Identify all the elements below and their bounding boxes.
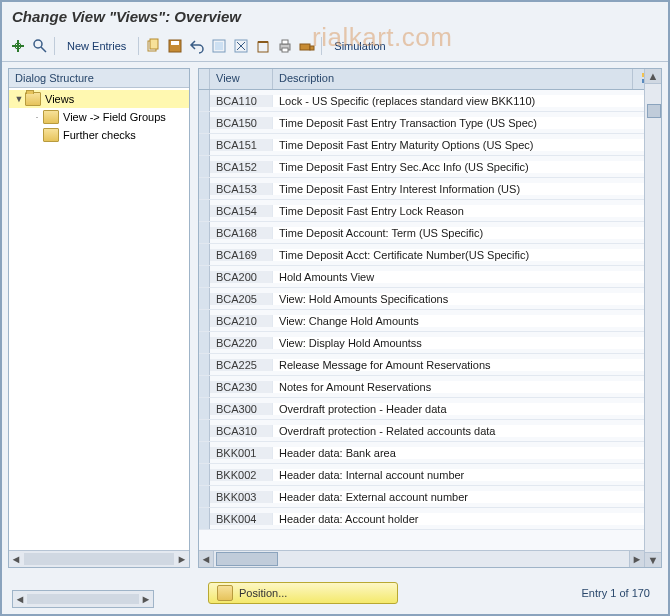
table-row[interactable]: BCA310Overdraft protection - Related acc… [199, 420, 661, 442]
horizontal-scrollbar[interactable]: ◄ ► [199, 550, 661, 567]
svg-rect-17 [300, 44, 310, 50]
row-selector[interactable] [199, 310, 210, 331]
table-row[interactable]: BCA152Time Deposit Fast Entry Sec.Acc In… [199, 156, 661, 178]
cell-view: BCA300 [210, 403, 273, 415]
scroll-track[interactable] [214, 550, 629, 568]
toolbar: New Entries Simulation [2, 35, 668, 62]
table-row[interactable]: BCA230Notes for Amount Reservations [199, 376, 661, 398]
folder-icon [43, 128, 59, 142]
cell-description: View: Display Hold Amountss [273, 337, 661, 349]
simulation-button[interactable]: Simulation [328, 39, 391, 53]
table-row[interactable]: BCA225Release Message for Amount Reserva… [199, 354, 661, 376]
find-icon[interactable] [32, 38, 48, 54]
scroll-thumb[interactable] [647, 104, 661, 118]
row-selector[interactable] [199, 178, 210, 199]
scroll-left-icon[interactable]: ◄ [199, 551, 214, 567]
new-entries-button[interactable]: New Entries [61, 39, 132, 53]
table-row[interactable]: BCA300Overdraft protection - Header data [199, 398, 661, 420]
row-selector[interactable] [199, 486, 210, 507]
row-selector[interactable] [199, 508, 210, 529]
cell-view: BKK002 [210, 469, 273, 481]
footer: Position... Entry 1 of 170 [198, 574, 660, 608]
tree-horizontal-scrollbar[interactable]: ◄ ► [9, 550, 189, 567]
table-row[interactable]: BCA210View: Change Hold Amounts [199, 310, 661, 332]
svg-rect-8 [215, 42, 223, 50]
position-button[interactable]: Position... [208, 582, 398, 604]
row-selector[interactable] [199, 244, 210, 265]
grid-table: View Description BCA110Lock - US Specifi… [198, 68, 662, 568]
scroll-thumb[interactable] [216, 552, 278, 566]
table-row[interactable]: BKK002Header data: Internal account numb… [199, 464, 661, 486]
table-row[interactable]: BKK001Header data: Bank area [199, 442, 661, 464]
table-row[interactable]: BCA150Time Deposit Fast Entry Transactio… [199, 112, 661, 134]
row-selector[interactable] [199, 376, 210, 397]
vertical-scrollbar[interactable]: ▲ ▼ [644, 69, 661, 567]
cell-description: Time Deposit Fast Entry Transaction Type… [273, 117, 661, 129]
transport-icon[interactable] [299, 38, 315, 54]
cell-view: BCA210 [210, 315, 273, 327]
bottom-scrollbar[interactable]: ◄ ► [12, 590, 154, 608]
table-row[interactable]: BCA151Time Deposit Fast Entry Maturity O… [199, 134, 661, 156]
row-selector[interactable] [199, 464, 210, 485]
cell-view: BCA225 [210, 359, 273, 371]
deselect-all-icon[interactable] [233, 38, 249, 54]
other-view-icon[interactable] [10, 38, 26, 54]
table-row[interactable]: BCA154Time Deposit Fast Entry Lock Reaso… [199, 200, 661, 222]
select-all-icon[interactable] [211, 38, 227, 54]
row-selector[interactable] [199, 288, 210, 309]
grid-panel: View Description BCA110Lock - US Specifi… [198, 68, 662, 568]
scroll-track[interactable] [24, 553, 174, 565]
svg-rect-4 [150, 39, 158, 49]
row-selector[interactable] [199, 266, 210, 287]
scroll-track[interactable] [645, 84, 661, 552]
cell-description: Header data: Internal account number [273, 469, 661, 481]
row-selector[interactable] [199, 134, 210, 155]
scroll-right-icon[interactable]: ► [139, 593, 153, 605]
scroll-down-icon[interactable]: ▼ [645, 552, 661, 567]
column-header-description[interactable]: Description [273, 69, 633, 89]
row-selector[interactable] [199, 156, 210, 177]
table-row[interactable]: BCA153Time Deposit Fast Entry Interest I… [199, 178, 661, 200]
cell-view: BKK003 [210, 491, 273, 503]
row-selector[interactable] [199, 222, 210, 243]
copy-icon[interactable] [145, 38, 161, 54]
scroll-track[interactable] [27, 594, 139, 604]
print-icon[interactable] [277, 38, 293, 54]
page-title: Change View "Views": Overview [2, 2, 668, 35]
delete-icon[interactable] [255, 38, 271, 54]
scroll-left-icon[interactable]: ◄ [13, 593, 27, 605]
column-header-view[interactable]: View [210, 69, 273, 89]
row-selector[interactable] [199, 420, 210, 441]
undo-icon[interactable] [189, 38, 205, 54]
table-row[interactable]: BCA169Time Deposit Acct: Certificate Num… [199, 244, 661, 266]
folder-open-icon [25, 92, 41, 106]
scroll-right-icon[interactable]: ► [175, 553, 189, 565]
row-selector[interactable] [199, 200, 210, 221]
table-row[interactable]: BCA220View: Display Hold Amountss [199, 332, 661, 354]
row-selector-header[interactable] [199, 69, 210, 89]
cell-description: Header data: Account holder [273, 513, 661, 525]
table-row[interactable]: BCA200Hold Amounts View [199, 266, 661, 288]
row-selector[interactable] [199, 90, 210, 111]
table-row[interactable]: BCA110Lock - US Specific (replaces stand… [199, 90, 661, 112]
cell-description: Time Deposit Fast Entry Interest Informa… [273, 183, 661, 195]
tree-node-field-groups[interactable]: · View -> Field Groups [9, 108, 189, 126]
tree-node-further-checks[interactable]: Further checks [9, 126, 189, 144]
scroll-right-icon[interactable]: ► [629, 551, 644, 567]
table-row[interactable]: BCA205View: Hold Amounts Specifications [199, 288, 661, 310]
table-row[interactable]: BKK003Header data: External account numb… [199, 486, 661, 508]
tree-node-label: View -> Field Groups [63, 111, 166, 123]
row-selector[interactable] [199, 398, 210, 419]
toolbar-divider [54, 37, 55, 55]
table-row[interactable]: BCA168Time Deposit Account: Term (US Spe… [199, 222, 661, 244]
expand-icon[interactable]: ▼ [13, 94, 25, 104]
row-selector[interactable] [199, 354, 210, 375]
scroll-left-icon[interactable]: ◄ [9, 553, 23, 565]
row-selector[interactable] [199, 112, 210, 133]
scroll-up-icon[interactable]: ▲ [645, 69, 661, 84]
tree-node-views[interactable]: ▼ Views [9, 90, 189, 108]
table-row[interactable]: BKK004Header data: Account holder [199, 508, 661, 530]
row-selector[interactable] [199, 442, 210, 463]
row-selector[interactable] [199, 332, 210, 353]
save-icon[interactable] [167, 38, 183, 54]
